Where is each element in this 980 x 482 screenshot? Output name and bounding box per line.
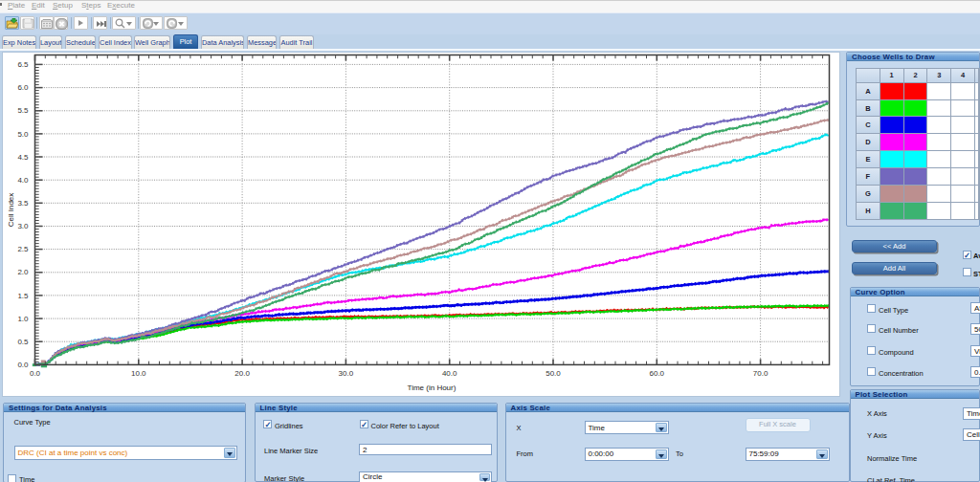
svg-text:60.0: 60.0 bbox=[650, 369, 665, 378]
svg-text:Time (in Hour): Time (in Hour) bbox=[408, 383, 457, 392]
svg-text:30.0: 30.0 bbox=[339, 369, 354, 378]
svg-text:1.0: 1.0 bbox=[17, 315, 29, 323]
svg-text:3.0: 3.0 bbox=[17, 222, 29, 230]
svg-text:2.0: 2.0 bbox=[17, 268, 29, 276]
svg-text:5.0: 5.0 bbox=[17, 130, 29, 139]
svg-text:0.0: 0.0 bbox=[30, 369, 41, 378]
svg-text:4.0: 4.0 bbox=[17, 176, 29, 185]
svg-text:0.5: 0.5 bbox=[17, 338, 29, 346]
svg-text:50.0: 50.0 bbox=[546, 369, 561, 378]
svg-text:10.0: 10.0 bbox=[131, 369, 146, 378]
svg-text:20.0: 20.0 bbox=[234, 369, 250, 378]
svg-text:1.5: 1.5 bbox=[17, 292, 29, 300]
svg-text:0.0: 0.0 bbox=[17, 361, 29, 369]
svg-text:6.0: 6.0 bbox=[17, 83, 29, 92]
svg-text:Cell Index: Cell Index bbox=[7, 193, 15, 228]
svg-text:5.5: 5.5 bbox=[17, 106, 29, 115]
svg-text:3.5: 3.5 bbox=[17, 199, 29, 208]
svg-text:70.0: 70.0 bbox=[753, 369, 768, 378]
svg-text:40.0: 40.0 bbox=[442, 369, 457, 378]
svg-text:6.5: 6.5 bbox=[17, 60, 29, 69]
svg-text:4.5: 4.5 bbox=[17, 153, 29, 162]
svg-text:2.5: 2.5 bbox=[17, 245, 29, 253]
